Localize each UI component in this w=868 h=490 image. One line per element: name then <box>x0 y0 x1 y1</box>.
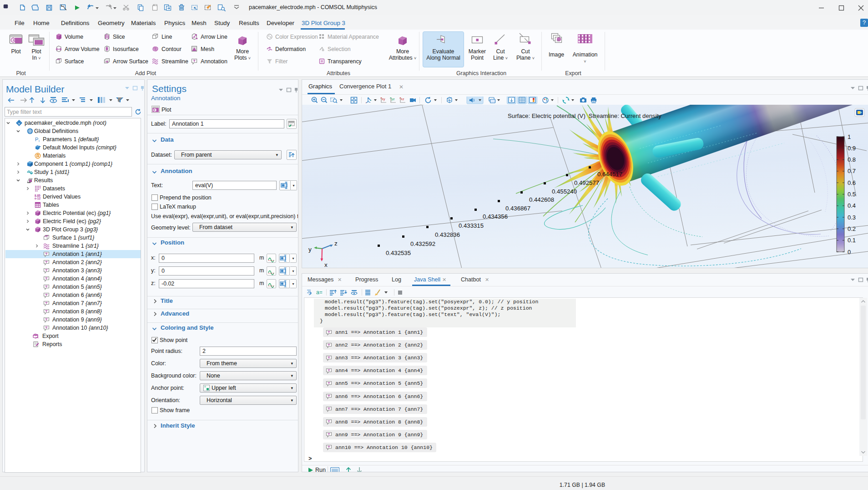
svg-text:0.432836: 0.432836 <box>435 231 460 238</box>
svg-text:xz: xz <box>401 97 404 101</box>
svg-text:0.8: 0.8 <box>848 156 856 163</box>
svg-text:0.6: 0.6 <box>848 179 856 186</box>
svg-text:0.455240: 0.455240 <box>552 188 577 195</box>
svg-text:0.442608: 0.442608 <box>529 196 554 203</box>
svg-text:0.2: 0.2 <box>848 225 856 232</box>
svg-text:0.1: 0.1 <box>848 237 856 244</box>
svg-text:0.644517: 0.644517 <box>597 171 622 178</box>
svg-text:0.434356: 0.434356 <box>483 213 508 220</box>
svg-text:0.5: 0.5 <box>848 191 856 198</box>
svg-text:0.7: 0.7 <box>848 168 856 174</box>
svg-text:0.492577: 0.492577 <box>574 179 599 186</box>
svg-text:x: x <box>324 261 328 268</box>
svg-text:a=: a= <box>316 289 323 296</box>
svg-text:1: 1 <box>848 133 851 140</box>
svg-text:z: z <box>334 240 338 247</box>
svg-text:0.436867: 0.436867 <box>505 205 530 212</box>
svg-text:0.9: 0.9 <box>848 145 856 152</box>
svg-text:Surface: Electric potential (V: Surface: Electric potential (V) Streamli… <box>508 112 661 119</box>
svg-text:y: y <box>308 246 312 253</box>
svg-text:0.4: 0.4 <box>848 202 856 209</box>
svg-text:0.3: 0.3 <box>848 214 856 221</box>
svg-text:0.433315: 0.433315 <box>459 222 484 229</box>
svg-text:0: 0 <box>848 249 851 255</box>
svg-text:0.432592: 0.432592 <box>410 240 435 247</box>
svg-text:xy: xy <box>382 97 385 101</box>
svg-text:yz: yz <box>391 97 395 101</box>
svg-text:0.432535: 0.432535 <box>386 250 411 256</box>
